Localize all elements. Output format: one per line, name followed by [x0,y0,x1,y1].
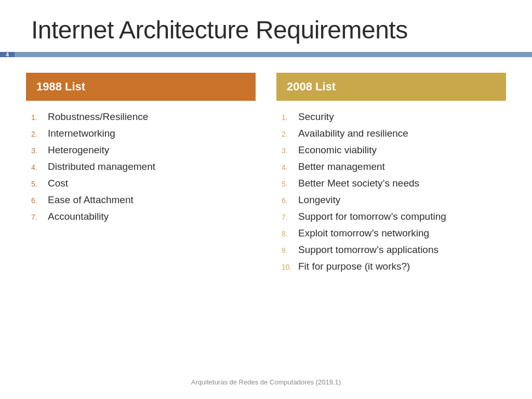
list-item: 6.Ease of Attachment [31,194,250,206]
list-text: Fit for purpose (it works?) [298,261,410,272]
list-text: Support tomorrow’s applications [298,244,438,256]
top-bar: 4 [0,52,532,57]
list-text: Security [298,111,334,123]
list-item: 4.Better management [282,161,501,172]
list-text: Robustness/Resilience [48,111,148,123]
list-item: 1.Security [282,111,501,123]
list-number: 3. [282,147,298,155]
list-text: Support for tomorrow’s computing [298,211,446,222]
header-2008: 2008 List [276,73,506,101]
page-title: Internet Architecture Requirements [31,16,501,44]
list-text: Availability and resilience [298,128,408,139]
list-item: 8.Exploit tomorrow’s networking [282,228,501,239]
list-text: Accountability [48,211,109,222]
list-number: 7. [31,213,48,221]
list-number: 7. [282,213,298,221]
list-number: 9. [282,246,298,255]
list-text: Heterogeneity [48,144,109,156]
list-text: Exploit tomorrow’s networking [298,228,429,239]
list-item: 10.Fit for purpose (it works?) [282,261,501,272]
list-number: 3. [31,147,48,155]
slide-number: 4 [0,52,15,57]
list-item: 7.Accountability [31,211,250,222]
column-1988: 1988 List 1.Robustness/Resilience2.Inter… [26,73,256,277]
list-number: 4. [31,163,48,171]
content-area: 1988 List 1.Robustness/Resilience2.Inter… [0,57,532,288]
footer: Arquiteturas de Redes de Computadores (2… [0,378,532,386]
list-item: 3.Heterogeneity [31,144,250,156]
list-number: 4. [282,163,298,171]
list-number: 6. [31,196,48,205]
list-number: 6. [282,196,298,205]
list-text: Cost [48,178,68,189]
list-text: Longevity [298,194,340,206]
list-item: 4.Distributed management [31,161,250,172]
list-text: Better Meet society’s needs [298,178,419,189]
list-text: Distributed management [48,161,155,172]
title-area: Internet Architecture Requirements [0,0,532,52]
list-number: 1. [282,113,298,122]
list-text: Economic viability [298,144,377,156]
list-item: 1.Robustness/Resilience [31,111,250,123]
list-text: Internetworking [48,128,115,139]
list-item: 5.Cost [31,178,250,189]
list-number: 5. [31,180,48,188]
list-text: Better management [298,161,385,172]
list-item: 7.Support for tomorrow’s computing [282,211,501,222]
list-item: 2.Availability and resilience [282,128,501,139]
header-1988: 1988 List [26,73,256,101]
list-item: 2.Internetworking [31,128,250,139]
list-item: 5.Better Meet society’s needs [282,178,501,189]
list-number: 2. [282,130,298,138]
list-item: 3.Economic viability [282,144,501,156]
list-text: Ease of Attachment [48,194,134,206]
slide: Internet Architecture Requirements 4 198… [0,0,532,399]
list-2008: 1.Security2.Availability and resilience3… [276,111,506,272]
list-number: 2. [31,130,48,138]
list-item: 9.Support tomorrow’s applications [282,244,501,256]
list-number: 10. [282,263,298,271]
list-number: 8. [282,230,298,238]
list-number: 1. [31,113,48,122]
column-2008: 2008 List 1.Security2.Availability and r… [276,73,506,277]
list-item: 6.Longevity [282,194,501,206]
list-1988: 1.Robustness/Resilience2.Internetworking… [26,111,256,222]
list-number: 5. [282,180,298,188]
